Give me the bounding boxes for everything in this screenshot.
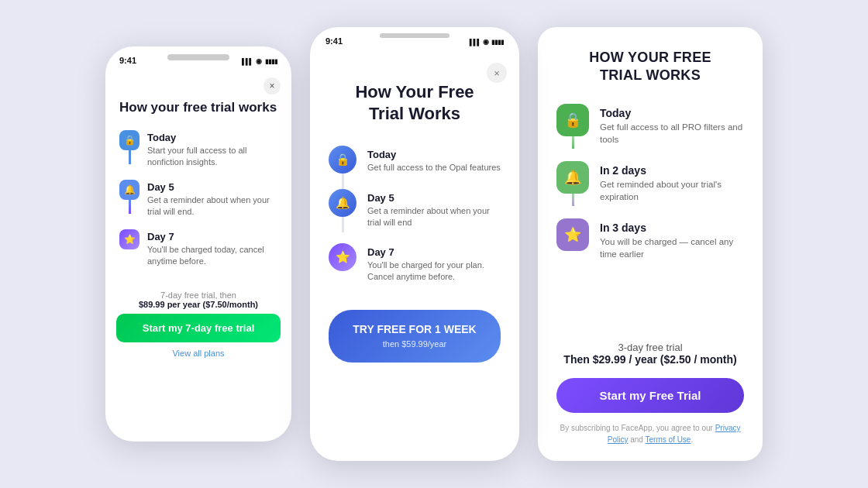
mid-label-today: Today [367, 149, 501, 160]
mid-battery-icon [491, 36, 504, 46]
mid-cta-sub: then $59.99/year [383, 339, 447, 349]
timeline-item-today: 🔒 Today Start your full access to all no… [119, 130, 277, 180]
mid-status-icons [470, 36, 504, 46]
tl-left-day7: ⭐ [119, 229, 140, 249]
mid-desc-day5: Get a reminder about when your trial wil… [367, 205, 501, 229]
rp-pricing: 3-day free trial Then $29.99 / year ($2.… [556, 342, 744, 366]
rp-text-3days: In 3 days You will be charged — cancel a… [600, 218, 744, 276]
rp-desc-3days: You will be charged — cancel any time ea… [600, 235, 744, 260]
rp-label-3days: In 3 days [600, 222, 744, 234]
tl-text-day7: Day 7 You'll be charged today, cancel an… [147, 229, 277, 279]
mid-icon-col-day7: ⭐ [329, 243, 356, 271]
tl-label-day5: Day 5 [147, 181, 277, 193]
mid-text-today: Today Get full access to the Opal featur… [367, 146, 501, 187]
left-price: $89.99 per year ($7.50/month) [139, 300, 258, 309]
rp-icon-2days: 🔔 [556, 161, 589, 194]
left-title: How your free trial works [119, 99, 277, 116]
mid-signal-icon [470, 36, 480, 46]
left-view-plans-link[interactable]: View all plans [116, 349, 281, 358]
mid-status-bar: 9:41 [310, 27, 519, 50]
rp-trial-note: 3-day free trial [556, 342, 744, 353]
mid-item-day7: ⭐ Day 7 You'll be charged for your plan.… [329, 243, 501, 297]
tl-left-day5: 🔔 [119, 180, 140, 214]
left-phone: 9:41 × How your free trial works 🔒 Today… [105, 46, 291, 442]
tl-icon-day5: 🔔 [119, 180, 140, 200]
rp-icon-today: 🔒 [556, 104, 589, 136]
mid-try-button[interactable]: TRY FREE FOR 1 WEEK then $59.99/year [329, 310, 501, 363]
rp-terms-link[interactable]: Terms of Use [646, 435, 691, 444]
mid-text-day7: Day 7 You'll be charged for your plan. C… [367, 243, 501, 297]
wifi-icon [256, 56, 262, 65]
tl-left-today: 🔒 [119, 130, 140, 164]
mid-icon-col-day5: 🔔 [329, 189, 356, 232]
rp-icon-3days: ⭐ [556, 218, 589, 251]
mid-icon-today: 🔒 [329, 146, 356, 174]
right-panel: HOW YOUR FREETRIAL WORKS 🔒 Today Get ful… [538, 27, 763, 461]
mid-icon-day7: ⭐ [329, 243, 356, 271]
mid-icon-col-today: 🔒 [329, 146, 356, 189]
left-status-icons [242, 56, 277, 65]
mid-label-day7: Day 7 [367, 246, 501, 258]
mid-cta-main: TRY FREE FOR 1 WEEK [353, 323, 476, 335]
mid-phone: 9:41 × How Your FreeTrial Works 🔒 Today … [310, 27, 519, 461]
mid-line-day5 [342, 217, 344, 232]
mid-line-today [342, 174, 344, 189]
mid-text-day5: Day 5 Get a reminder about when your tri… [367, 189, 501, 243]
rp-icon-col-today: 🔒 [556, 104, 589, 149]
rp-label-2days: In 2 days [600, 164, 744, 177]
left-footer: 7-day free trial, then $89.99 per year (… [105, 290, 291, 366]
mid-timeline: 🔒 Today Get full access to the Opal feat… [329, 146, 501, 297]
left-timeline: 🔒 Today Start your full access to all no… [119, 130, 277, 278]
battery-icon [265, 56, 277, 65]
tl-line-today [129, 150, 131, 164]
rp-spacer [556, 276, 744, 342]
mid-item-today: 🔒 Today Get full access to the Opal feat… [329, 146, 501, 189]
tl-label-today: Today [147, 132, 277, 143]
mid-icon-day5: 🔔 [329, 189, 356, 217]
mid-close-button[interactable]: × [487, 63, 507, 83]
rp-vline-2days [572, 194, 574, 206]
rp-item-today: 🔒 Today Get full access to all PRO filte… [556, 104, 744, 161]
rp-icon-col-3days: ⭐ [556, 218, 589, 251]
rp-title: HOW YOUR FREETRIAL WORKS [556, 49, 744, 85]
left-start-button[interactable]: Start my 7-day free trial [116, 314, 281, 342]
mid-title: How Your FreeTrial Works [329, 81, 501, 124]
tl-icon-day7: ⭐ [119, 229, 140, 249]
mid-desc-today: Get full access to the Opal features [367, 162, 501, 174]
rp-desc-2days: Get reminded about your trial's expirati… [600, 178, 744, 203]
left-trial-note: 7-day free trial, then $89.99 per year (… [116, 290, 281, 309]
rp-item-3days: ⭐ In 3 days You will be charged — cancel… [556, 218, 744, 276]
mid-item-day5: 🔔 Day 5 Get a reminder about when your t… [329, 189, 501, 243]
left-time: 9:41 [119, 56, 136, 65]
mid-time: 9:41 [326, 36, 343, 46]
rp-item-2days: 🔔 In 2 days Get reminded about your tria… [556, 161, 744, 218]
rp-icon-col-2days: 🔔 [556, 161, 589, 206]
rp-label-today: Today [600, 107, 744, 119]
mid-wifi-icon [483, 36, 489, 46]
tl-desc-day7: You'll be charged today, cancel anytime … [147, 244, 277, 268]
left-content: × How your free trial works 🔒 Today Star… [105, 70, 291, 290]
tl-line-day5 [129, 200, 131, 214]
tl-desc-day5: Get a reminder about when your trial wil… [147, 194, 277, 218]
left-close-button[interactable]: × [264, 77, 281, 95]
timeline-item-day5: 🔔 Day 5 Get a reminder about when your t… [119, 180, 277, 229]
tl-text-day5: Day 5 Get a reminder about when your tri… [147, 180, 277, 229]
tl-text-today: Today Start your full access to all nonf… [147, 130, 277, 180]
rp-text-2days: In 2 days Get reminded about your trial'… [600, 161, 744, 218]
left-notch [167, 54, 229, 60]
mid-desc-day7: You'll be charged for your plan. Cancel … [367, 259, 501, 284]
mid-notch [380, 33, 450, 38]
rp-price: Then $29.99 / year ($2.50 / month) [556, 353, 744, 366]
mid-label-day5: Day 5 [367, 192, 501, 204]
rp-desc-today: Get full access to all PRO filters and t… [600, 121, 744, 146]
rp-vline-today [572, 136, 574, 149]
rp-start-button[interactable]: Start my Free Trial [556, 378, 744, 413]
rp-text-today: Today Get full access to all PRO filters… [600, 104, 744, 161]
tl-desc-today: Start your full access to all nonfiction… [147, 145, 277, 169]
timeline-item-day7: ⭐ Day 7 You'll be charged today, cancel … [119, 229, 277, 279]
tl-label-day7: Day 7 [147, 231, 277, 242]
rp-timeline: 🔒 Today Get full access to all PRO filte… [556, 104, 744, 277]
mid-inner: × How Your FreeTrial Works 🔒 Today Get f… [310, 50, 519, 378]
tl-icon-today: 🔒 [119, 130, 140, 150]
signal-icon [242, 56, 253, 65]
